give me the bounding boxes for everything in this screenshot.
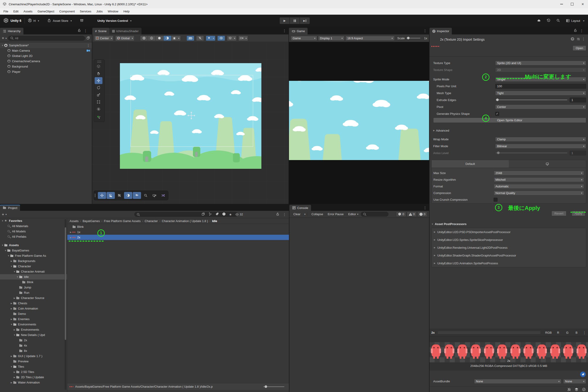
step-button[interactable]: ▶ [300, 17, 310, 24]
scene-viewport[interactable] [92, 42, 288, 204]
project-tree-item[interactable]: Demo [0, 311, 67, 316]
breadcrumb-item[interactable]: Character Animation ( Update 1.8 ) [162, 219, 208, 223]
render-mode-icon[interactable] [164, 36, 171, 41]
check-status-icon[interactable] [582, 388, 586, 392]
scene-picker-icon[interactable] [86, 36, 90, 40]
postprocessor-item[interactable]: ▶ UnityEditor.Rendering.Universal.Light2… [432, 244, 586, 252]
play-button[interactable]: ▶ [280, 17, 290, 24]
overlay-drag-handle[interactable] [95, 60, 104, 63]
hidden-count[interactable]: 32 [235, 213, 243, 216]
project-tree-item[interactable]: Preview [0, 359, 67, 364]
advanced-foldout[interactable]: Advanced [436, 129, 449, 132]
project-tree-item[interactable]: ▶ Chests [0, 300, 67, 306]
project-tree-item[interactable]: ▶ Character Source [0, 295, 67, 300]
tilemap-grid-icon[interactable] [133, 192, 141, 199]
project-tree-item[interactable]: ▼ Idle [0, 274, 67, 280]
project-tree-item[interactable]: ▶ Water Animation [0, 380, 67, 385]
project-tree-item[interactable]: 4x [0, 343, 67, 348]
project-tree-item[interactable]: ▼ Character [0, 264, 67, 269]
max-size-dropdown[interactable]: 2048▾ [494, 170, 584, 176]
asset-labels-icon[interactable] [580, 372, 586, 377]
log-alert-icon[interactable] [222, 212, 226, 216]
custom-tool-icon[interactable] [95, 114, 102, 121]
texture-type-dropdown[interactable]: Sprite (2D and UI)▾ [495, 61, 586, 66]
hierarchy-item[interactable]: Global Light 2D ⋮ [0, 53, 92, 58]
use-crunch-checkbox[interactable] [494, 198, 498, 202]
menu-item[interactable]: GameObject [35, 10, 57, 13]
hierarchy-item[interactable]: Background ⋮ [0, 64, 92, 69]
importer-stack-icon[interactable] [575, 388, 578, 392]
game-menu-icon[interactable]: ⋮ [423, 29, 429, 32]
scene-menu-icon[interactable]: ⋮ [283, 29, 288, 32]
project-tree-item[interactable]: All Materials [0, 224, 67, 229]
random-shuffle-icon[interactable] [159, 192, 167, 199]
project-tree-item[interactable]: ▶ GUI ( Update 1.7 ) [0, 354, 67, 359]
foldout-arrow-icon[interactable]: ▼ [431, 223, 434, 225]
project-tree-item[interactable]: ▼ Assets [0, 242, 67, 248]
wrap-mode-dropdown[interactable]: Clamp▾ [495, 137, 586, 142]
foldout-arrow-icon[interactable]: ▶ [434, 238, 436, 241]
channel-button[interactable]: R [554, 330, 562, 335]
account-caret-icon[interactable]: ▾ [38, 20, 39, 22]
tab-hierarchy[interactable]: Hierarchy [0, 28, 24, 34]
pause-button[interactable] [290, 17, 300, 24]
project-tree-item[interactable]: ▶ Environments [0, 327, 67, 332]
thumbnail-size-slider[interactable] [263, 386, 284, 387]
error-messages-toggle[interactable]: 0 [417, 212, 427, 217]
postprocessor-item[interactable]: ▶ UnityEditor.U2D.Animation.SpritePostPr… [432, 259, 586, 267]
version-control-label[interactable]: Unity Version Control [98, 19, 128, 22]
create-add-button[interactable]: +▾ [2, 36, 7, 40]
project-tree-item[interactable]: All Prefabs [0, 234, 67, 239]
game-viewport[interactable] [289, 42, 429, 204]
postprocessor-item[interactable]: ▶ UnityEditor.U2D.PSD.PSDImporterAssetPo… [432, 228, 586, 236]
extrude-edges-field[interactable]: 1 [570, 98, 586, 102]
tab-project[interactable]: Project [0, 205, 20, 211]
clear-caret-icon[interactable]: ▾ [304, 213, 306, 216]
revert-button[interactable]: Revert [552, 211, 566, 216]
foldout-arrow-icon[interactable]: ▶ [434, 254, 436, 256]
close-button[interactable]: × [578, 0, 588, 8]
asset-store-caret-icon[interactable]: ▾ [70, 20, 72, 22]
overlay-drag-handle[interactable] [95, 194, 97, 197]
warning-messages-toggle[interactable]: 0 [407, 212, 417, 217]
clear-button[interactable]: Clear [291, 212, 302, 216]
console-menu-icon[interactable]: ⋮ [423, 206, 429, 210]
foldout-arrow-icon[interactable]: ▶ [434, 246, 436, 249]
gizmos-move-icon[interactable] [98, 192, 106, 199]
tool-handle-position-dropdown[interactable]: Center▾ [94, 36, 114, 41]
cloud-icon[interactable] [537, 18, 541, 23]
hierarchy-item[interactable]: Player ⋮ [0, 69, 92, 74]
breadcrumb-item[interactable]: Assets [70, 219, 78, 223]
favorites-star-icon[interactable]: ★ [229, 213, 232, 216]
shaded-wireframe-icon[interactable] [140, 36, 148, 41]
generate-physics-shape-checkbox[interactable]: ✓ [495, 112, 499, 116]
maximize-button[interactable] [567, 0, 578, 8]
info-messages-toggle[interactable]: 0 [396, 212, 406, 217]
no-paint-icon[interactable] [567, 388, 571, 392]
move-gizmo[interactable] [187, 111, 196, 120]
scale-tool-icon[interactable] [95, 92, 102, 98]
mesh-type-dropdown[interactable]: Tight▾ [495, 91, 586, 96]
tab-standalone-platform[interactable] [509, 160, 586, 168]
shaded-icon[interactable] [156, 36, 164, 41]
lock-icon[interactable] [78, 28, 81, 33]
project-tree-item[interactable]: ▼ Free Platform Game As [0, 253, 67, 258]
tree-scrollbar[interactable] [64, 219, 66, 390]
undo-history-icon[interactable] [547, 18, 550, 23]
extrude-edges-slider[interactable] [496, 100, 567, 100]
aspect-dropdown[interactable]: 16:9 Aspect▾ [346, 36, 394, 41]
transform-tool-icon[interactable] [95, 106, 102, 112]
preview-menu-icon[interactable]: ⋮ [583, 331, 586, 334]
open-button[interactable]: Open [572, 46, 586, 51]
create-add-button[interactable]: +▾ [2, 212, 7, 217]
error-pause-button[interactable]: Error Pause [326, 212, 346, 216]
menu-item[interactable]: Component [57, 10, 77, 13]
scene-settings-sliders-icon[interactable] [106, 192, 115, 199]
tab-scene[interactable]: # Scene [92, 28, 109, 34]
hierarchy-item[interactable]: Main Camera ⋮ [0, 48, 92, 53]
view-tool-icon[interactable] [95, 63, 102, 70]
project-tree-item[interactable]: ▼ BayatGames [0, 248, 67, 253]
channel-button[interactable]: RGB [544, 330, 553, 335]
breadcrumb-item[interactable]: BayatGames [83, 219, 100, 223]
breadcrumb-item[interactable]: Idle [212, 219, 217, 223]
